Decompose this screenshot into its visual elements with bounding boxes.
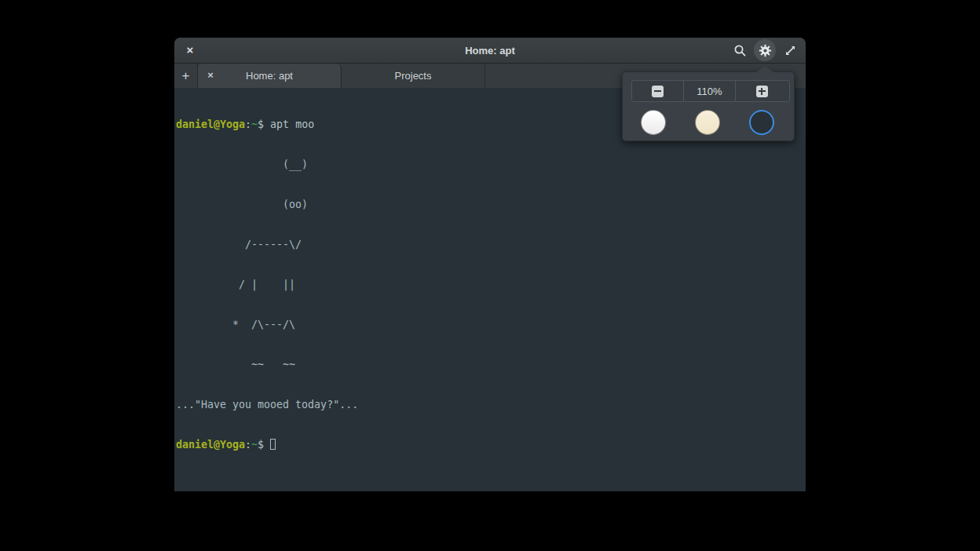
terminal-line-prompt: daniel@Yoga:~$ bbox=[176, 438, 806, 451]
cow-art-line: ~~ ~~ bbox=[176, 358, 806, 371]
theme-swatch-cream[interactable] bbox=[695, 110, 720, 135]
expand-icon[interactable] bbox=[779, 39, 801, 61]
theme-swatch-light[interactable] bbox=[641, 110, 666, 135]
titlebar[interactable]: × Home: apt bbox=[174, 38, 806, 64]
terminal-viewport[interactable]: daniel@Yoga:~$ apt moo (__) (oo) /------… bbox=[174, 88, 806, 491]
tab-projects[interactable]: Projects bbox=[342, 64, 485, 88]
prompt-path: ~ bbox=[251, 119, 258, 130]
prompt-user-host: daniel@Yoga bbox=[176, 439, 245, 451]
tab-home-apt[interactable]: × Home: apt bbox=[198, 64, 342, 88]
prompt-path: ~ bbox=[251, 439, 258, 451]
plus-icon bbox=[756, 86, 768, 97]
tab-label: Projects bbox=[395, 70, 432, 82]
cow-art-line: * /\---/\ bbox=[176, 318, 806, 331]
terminal-cursor bbox=[270, 439, 276, 450]
new-tab-button[interactable]: + bbox=[174, 64, 198, 88]
cow-art-line: (oo) bbox=[176, 198, 806, 211]
tab-label: Home: apt bbox=[246, 70, 293, 82]
minus-icon bbox=[652, 86, 664, 97]
zoom-in-button[interactable] bbox=[736, 81, 788, 101]
prompt-symbol: $ bbox=[258, 439, 270, 451]
prompt-separator: : bbox=[245, 119, 251, 130]
tab-close-icon[interactable]: × bbox=[203, 68, 218, 82]
window-title: Home: apt bbox=[174, 38, 806, 64]
cow-art-line: / | || bbox=[176, 278, 806, 291]
desktop-background: × Home: apt bbox=[0, 0, 980, 551]
moo-message-line: ..."Have you mooed today?"... bbox=[176, 398, 806, 411]
settings-popover: 110% bbox=[622, 71, 795, 141]
prompt-symbol: $ bbox=[258, 119, 270, 130]
prompt-separator: : bbox=[245, 439, 251, 451]
theme-swatch-dark-selected[interactable] bbox=[749, 110, 774, 135]
zoom-level-display: 110% bbox=[684, 81, 736, 101]
cow-art-line: (__) bbox=[176, 158, 806, 171]
search-icon[interactable] bbox=[729, 39, 751, 61]
titlebar-actions bbox=[729, 39, 801, 61]
gear-icon[interactable] bbox=[754, 39, 776, 61]
command-text: apt moo bbox=[270, 119, 314, 130]
zoom-out-button[interactable] bbox=[632, 81, 684, 101]
zoom-control-group: 110% bbox=[631, 80, 790, 102]
prompt-user-host: daniel@Yoga bbox=[176, 119, 245, 130]
cow-art-line: /------\/ bbox=[176, 238, 806, 251]
popover-arrow bbox=[756, 66, 773, 72]
